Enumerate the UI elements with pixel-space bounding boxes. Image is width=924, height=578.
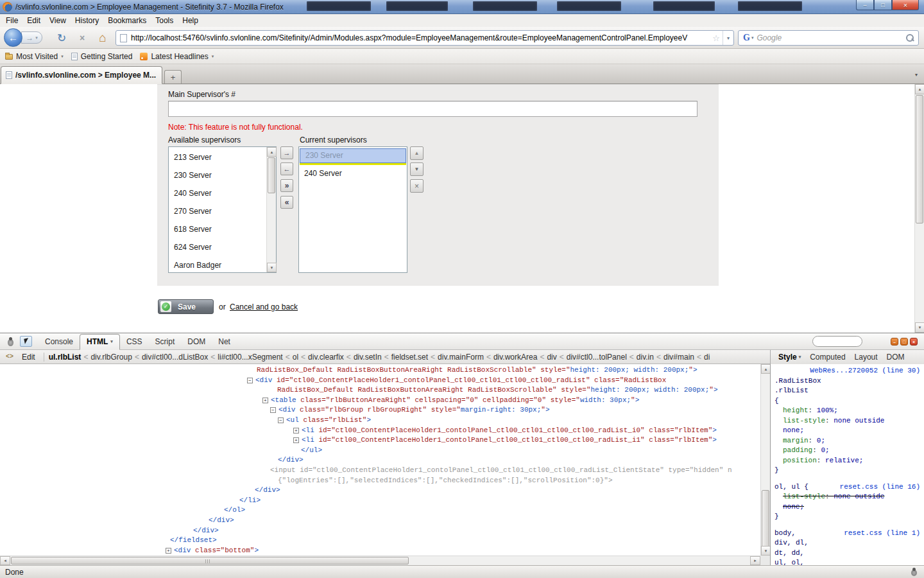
list-item[interactable]: 270 Server (169, 202, 266, 220)
move-all-left-button[interactable]: « (280, 196, 293, 209)
home-button[interactable]: ⌂ (95, 30, 110, 46)
code-line[interactable]: +<li id="ctl00_ContentPlaceHolder1_conto… (0, 435, 760, 446)
side-tab-layout[interactable]: Layout (851, 351, 881, 363)
inspect-element-icon[interactable] (20, 336, 32, 347)
code-line[interactable]: </ul> (0, 446, 760, 456)
list-item[interactable]: 624 Server (169, 238, 266, 256)
scroll-down-button[interactable]: ▼ (761, 546, 771, 556)
bookmark-getting-started[interactable]: Getting Started (71, 52, 133, 61)
css-selector[interactable]: dt, dd, (774, 548, 920, 559)
expand-toggle-icon[interactable]: − (270, 407, 276, 413)
css-selector[interactable]: .RadListBox (774, 376, 920, 387)
firebug-minimize-button[interactable]: – (891, 338, 898, 346)
code-line[interactable]: </ol> (0, 505, 760, 516)
firebug-status-icon[interactable] (909, 567, 919, 577)
scroll-thumb[interactable] (762, 490, 769, 550)
firebug-tab-dom[interactable]: DOM (181, 335, 212, 349)
menu-item-file[interactable]: File (1, 15, 22, 26)
css-property[interactable]: height: 100%; (774, 406, 893, 416)
scroll-left-button[interactable]: ◂ (0, 556, 10, 565)
scroll-up-button[interactable]: ▲ (761, 364, 771, 374)
code-line[interactable]: −<ul class="rlbList"> (0, 416, 760, 426)
expand-toggle-icon[interactable]: + (293, 437, 299, 443)
available-scrollbar[interactable]: ▲ ▼ (266, 147, 276, 272)
side-tab-dom[interactable]: DOM (884, 351, 908, 363)
css-property[interactable]: position: relative; (774, 456, 893, 466)
scroll-down-button[interactable]: ▼ (267, 263, 277, 272)
code-line[interactable]: </div> (0, 526, 760, 536)
firebug-tab-script[interactable]: Script (149, 335, 182, 349)
code-line[interactable]: +<li id="ctl00_ContentPlaceHolder1_conto… (0, 426, 760, 436)
html-horizontal-scrollbar[interactable]: ◂ ▸ (0, 556, 760, 565)
firebug-search-input[interactable] (812, 336, 862, 347)
firebug-detach-button[interactable]: □ (900, 338, 908, 346)
scroll-thumb[interactable] (11, 557, 409, 565)
forward-button[interactable]: → ▾ (21, 31, 42, 44)
css-selector[interactable]: body, (774, 529, 796, 539)
css-selector[interactable]: ul, ol, (774, 558, 920, 565)
css-selector[interactable]: .rlbList (774, 386, 920, 396)
breadcrumb-item[interactable]: div.in (635, 353, 655, 362)
tab-active[interactable]: /svlinfo.svlonline.com > Employee M... (1, 66, 162, 84)
list-item[interactable]: 240 Server (299, 165, 407, 182)
firebug-tab-css[interactable]: CSS (120, 335, 149, 349)
url-dropdown-button[interactable]: ▾ (723, 31, 733, 45)
breadcrumb-item[interactable]: div#main (662, 353, 696, 362)
save-button[interactable]: ✓ Save (158, 299, 214, 314)
list-all-tabs-button[interactable]: ▾ (911, 69, 922, 81)
code-line[interactable]: +<table class="rlbButtonAreaRight" cells… (0, 396, 760, 406)
css-selector[interactable]: ol, ul { (774, 482, 809, 493)
url-input[interactable] (131, 33, 710, 42)
scroll-up-button[interactable]: ▲ (915, 84, 924, 94)
search-input[interactable] (757, 33, 904, 42)
new-tab-button[interactable]: + (164, 70, 182, 83)
breadcrumb-item[interactable]: li#ctl00...xSegment (216, 353, 284, 362)
code-line[interactable]: +<div class="bottom"> (0, 546, 760, 556)
list-item[interactable]: 240 Server (169, 184, 266, 202)
page-scrollbar[interactable]: ▲ ▼ (914, 84, 924, 333)
list-item[interactable]: 213 Server (169, 148, 266, 166)
list-item[interactable]: 230 Server (300, 148, 406, 163)
list-item[interactable]: Aaron Badger (169, 256, 266, 272)
move-down-button[interactable]: ▼ (410, 162, 424, 176)
move-right-button[interactable]: → (280, 146, 293, 159)
breadcrumb-item[interactable]: div.rlbGroup (89, 353, 133, 362)
breadcrumb-item[interactable]: div#ctl0...tolPanel (565, 353, 628, 362)
css-property[interactable]: padding: 0; (774, 446, 893, 456)
css-selector[interactable]: { (774, 396, 920, 407)
scroll-thumb[interactable] (268, 157, 275, 193)
search-magnifier-icon[interactable] (904, 32, 916, 44)
code-line[interactable]: RadListBox_Default RadListBoxButtonAreaR… (0, 365, 760, 376)
move-all-right-button[interactable]: » (280, 179, 293, 192)
list-item[interactable]: 618 Server (169, 220, 266, 238)
code-line[interactable]: RadListBox_Default RadListBoxButtonAreaR… (0, 385, 760, 396)
breadcrumb-item[interactable]: div.clearfix (307, 353, 345, 362)
css-property[interactable]: list-style: none outside none; (774, 492, 893, 512)
edit-button[interactable]: Edit (17, 352, 40, 362)
code-line[interactable]: </div> (0, 455, 760, 466)
firebug-tab-net[interactable]: Net (212, 335, 237, 349)
breadcrumb-item[interactable]: div.workArea (492, 353, 538, 362)
side-tab-style[interactable]: Style▾ (775, 351, 804, 363)
code-line[interactable]: −<div class="rlbGroup rlbGroupRight" sty… (0, 405, 760, 416)
css-source-link[interactable]: WebRes...2720052 (line 30) (810, 367, 920, 374)
maximize-button[interactable]: □ (874, 0, 892, 10)
css-selector[interactable]: div, dl, (774, 538, 920, 548)
menu-item-view[interactable]: View (45, 15, 71, 26)
remove-item-button[interactable]: × (410, 179, 424, 193)
scroll-thumb[interactable] (916, 95, 923, 223)
breadcrumb-item[interactable]: ul.rlbList (47, 353, 83, 362)
expand-toggle-icon[interactable]: + (293, 428, 299, 434)
menu-item-edit[interactable]: Edit (22, 15, 45, 26)
menu-item-bookmarks[interactable]: Bookmarks (103, 15, 151, 26)
available-listbox[interactable]: 213 Server230 Server240 Server270 Server… (168, 146, 277, 273)
menu-item-help[interactable]: Help (178, 15, 203, 26)
firebug-tab-html[interactable]: HTML▾ (80, 334, 120, 350)
expand-toggle-icon[interactable]: − (247, 378, 253, 383)
stop-button[interactable]: × (74, 30, 90, 46)
breadcrumb-item[interactable]: di (703, 353, 711, 362)
list-item[interactable]: 230 Server (169, 166, 266, 184)
firebug-bug-icon[interactable] (5, 337, 15, 346)
bookmark-latest-headlines[interactable]: Latest Headlines▾ (140, 52, 214, 61)
minimize-button[interactable]: – (856, 0, 874, 10)
